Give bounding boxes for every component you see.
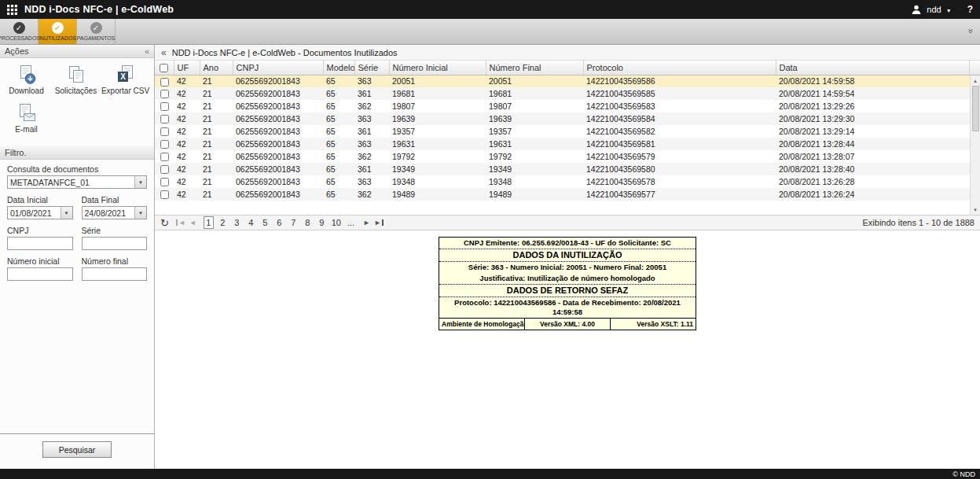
table-row[interactable]: 4221062556920018436536319631196311422100… (155, 138, 970, 150)
data-inicial-value: 01/08/2021 (8, 208, 61, 218)
table-cell: 21 (200, 188, 233, 201)
table-cell: 142210043569582 (583, 125, 776, 138)
serie-input[interactable] (82, 237, 148, 250)
tab-inutilizados[interactable]: ✓INUTILIZADOS (39, 19, 77, 44)
page-number-7[interactable]: 7 (288, 217, 299, 228)
pesquisar-button[interactable]: Pesquisar (42, 441, 112, 458)
select-all-checkbox[interactable] (160, 64, 168, 72)
scroll-thumb[interactable] (972, 86, 979, 131)
table-cell: 65 (323, 163, 354, 175)
cnpj-input[interactable] (7, 237, 73, 250)
table-row[interactable]: 4221062556920018436536119349193491422100… (155, 163, 970, 175)
table-cell: 65 (323, 150, 354, 163)
table-cell: 19681 (389, 87, 486, 100)
table-cell: 19807 (389, 100, 486, 112)
column-header-protocolo[interactable]: Protocolo (583, 61, 776, 75)
column-header-cnpj[interactable]: CNPJ (233, 61, 323, 75)
row-checkbox[interactable] (160, 115, 169, 123)
page-numbers: 12345678910... (204, 216, 356, 229)
data-inicial-label: Data Inicial (7, 195, 73, 204)
page-number-2[interactable]: 2 (218, 217, 228, 228)
data-final-select[interactable]: 24/08/2021 ▼ (82, 206, 148, 219)
column-header-numero-inicial[interactable]: Número Inicial (389, 61, 486, 75)
table-cell: 19639 (486, 112, 583, 125)
row-checkbox[interactable] (160, 178, 169, 186)
column-header-serie[interactable]: Série (354, 61, 389, 75)
user-menu[interactable]: ndd (927, 5, 941, 14)
row-checkbox[interactable] (160, 102, 169, 111)
page-number-8[interactable]: 8 (303, 217, 313, 228)
tab-processados[interactable]: ✓PROCESSADOS (0, 19, 39, 44)
tab-pagamentos[interactable]: ✓PAGAMENTOS (77, 19, 116, 44)
row-checkbox[interactable] (160, 140, 169, 149)
page-number-9[interactable]: 9 (317, 217, 327, 228)
row-checkbox[interactable] (160, 78, 169, 87)
table-cell: 19631 (389, 138, 486, 150)
page-number-3[interactable]: 3 (232, 217, 242, 228)
row-checkbox[interactable] (160, 127, 169, 136)
solicitacoes-action[interactable]: Solicitações (51, 64, 101, 95)
last-page-button[interactable]: ► (374, 219, 384, 227)
scroll-up-icon[interactable]: ▲ (971, 76, 980, 86)
table-row[interactable]: 4221062556920018436536119681196811422100… (155, 87, 970, 100)
table-row[interactable]: 4221062556920018436536320051200511422100… (155, 75, 970, 87)
vertical-scrollbar[interactable]: ▲ ▼ (970, 76, 980, 215)
data-final-label: Data Final (82, 195, 148, 204)
table-cell: 06255692001843 (233, 175, 323, 188)
page-number-10[interactable]: 10 (331, 217, 342, 228)
column-header-modelo[interactable]: Modelo (323, 61, 354, 75)
page-number-5[interactable]: 5 (260, 217, 270, 228)
first-page-button[interactable]: ◄ (176, 219, 185, 227)
consulta-select[interactable]: METADATANFCE_01 ▼ (7, 175, 147, 189)
row-checkbox[interactable] (160, 90, 169, 98)
help-button[interactable]: ? (967, 4, 973, 15)
preview-area: CNPJ Emitente: 06.255.692/0018-43 - UF d… (155, 230, 980, 469)
user-menu-caret-icon[interactable]: ▼ (946, 8, 952, 13)
column-header-numero-final[interactable]: Número Final (486, 61, 583, 75)
preview-justificativa-line: Justificativa: Inutilização de número ho… (439, 273, 696, 284)
table-row[interactable]: 4221062556920018436536219807198071422100… (155, 100, 970, 112)
page-ellipsis: ... (346, 217, 356, 228)
column-header-data[interactable]: Data (776, 61, 970, 75)
row-checkbox[interactable] (160, 190, 169, 199)
chevron-down-icon[interactable]: ▼ (134, 207, 146, 219)
column-header-uf[interactable]: UF (174, 61, 200, 75)
next-page-button[interactable]: ► (363, 219, 370, 227)
table-cell: 42 (174, 175, 200, 188)
prev-page-button[interactable]: ◄ (189, 219, 196, 227)
table-cell: 20/08/2021 13:26:28 (776, 175, 970, 188)
exportar-csv-action[interactable]: X Exportar CSV (101, 64, 150, 95)
table-row[interactable]: 4221062556920018436536119357193571422100… (155, 125, 970, 138)
chevron-down-icon[interactable]: ▼ (61, 207, 72, 219)
refresh-icon[interactable]: ↻ (160, 218, 169, 228)
export-csv-icon: X (116, 64, 136, 85)
column-header-ano[interactable]: Ano (200, 61, 233, 75)
table-header-row: UFAnoCNPJModeloSérieNúmero InicialNúmero… (155, 61, 970, 75)
table-row[interactable]: 4221062556920018436536219489194891422100… (155, 188, 970, 201)
table-row[interactable]: 4221062556920018436536219792197921422100… (155, 150, 970, 163)
chevron-down-icon[interactable]: ▼ (134, 176, 146, 188)
app-grid-icon[interactable] (7, 5, 17, 15)
page-number-6[interactable]: 6 (274, 217, 284, 228)
row-checkbox[interactable] (160, 165, 169, 174)
table-row[interactable]: 4221062556920018436536319639196391422100… (155, 112, 970, 125)
scroll-down-icon[interactable]: ▼ (971, 204, 980, 215)
page-number-1[interactable]: 1 (204, 216, 214, 229)
data-inicial-select[interactable]: 01/08/2021 ▼ (7, 206, 73, 219)
actions-collapse-icon[interactable]: « (145, 46, 149, 56)
table-cell: 19807 (486, 100, 583, 112)
ribbon-collapse-icon[interactable]: « (965, 28, 974, 33)
check-circle-icon: ✓ (90, 22, 102, 34)
breadcrumb-collapse-icon[interactable]: « (161, 47, 167, 58)
page-number-4[interactable]: 4 (246, 217, 256, 228)
table-cell: 20/08/2021 13:29:26 (776, 100, 970, 112)
app-title: NDD i-Docs NFC-e | e-ColdWeb (24, 4, 174, 15)
email-action[interactable]: E-mail (2, 103, 51, 134)
download-action[interactable]: Download (2, 64, 51, 95)
table-row[interactable]: 4221062556920018436536319348193481422100… (155, 175, 970, 188)
table-cell: 21 (200, 87, 233, 100)
numero-final-input[interactable] (82, 267, 148, 281)
row-checkbox[interactable] (160, 153, 169, 161)
table-cell: 42 (174, 188, 200, 201)
numero-inicial-input[interactable] (7, 267, 73, 281)
